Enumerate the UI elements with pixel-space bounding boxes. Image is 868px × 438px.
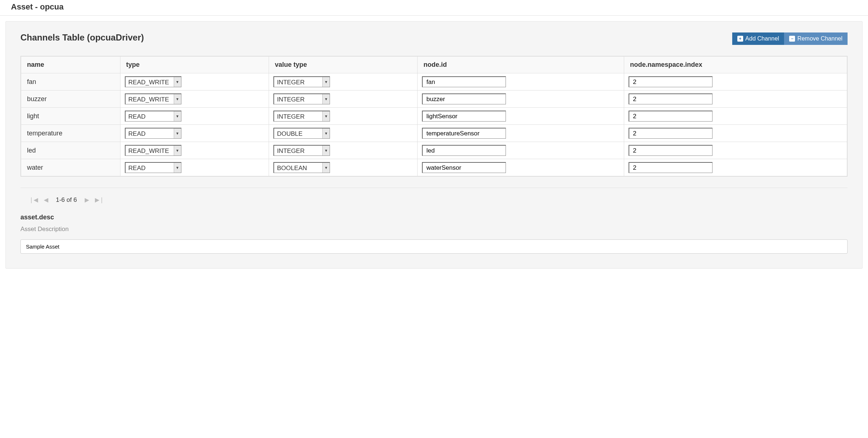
table-row[interactable]: buzzerREAD_WRITE▼INTEGER▼ (21, 91, 847, 108)
cell-node-id (418, 73, 624, 91)
cell-value-type: INTEGER▼ (269, 142, 417, 159)
chevron-down-icon: ▼ (322, 128, 330, 138)
table-row[interactable]: fanREAD_WRITE▼INTEGER▼ (21, 73, 847, 91)
value-type-select[interactable]: DOUBLE▼ (273, 128, 330, 139)
main-panel: Channels Table (opcuaDriver) + Add Chann… (5, 21, 863, 269)
cell-name: led (21, 142, 120, 159)
type-select[interactable]: READ_WRITE▼ (125, 93, 181, 104)
node-id-input[interactable] (422, 162, 506, 173)
cell-node-id (418, 159, 624, 176)
cell-name: buzzer (21, 91, 120, 108)
remove-channel-button[interactable]: − Remove Channel (784, 32, 848, 45)
chevron-down-icon: ▼ (322, 77, 330, 87)
ns-index-input[interactable] (629, 111, 713, 122)
column-header-ns-index[interactable]: node.namespace.index (624, 57, 847, 73)
type-select-value: READ (126, 128, 174, 138)
chevron-down-icon: ▼ (174, 111, 181, 121)
page-header: Asset - opcua (0, 0, 868, 16)
section-title: Channels Table (opcuaDriver) (20, 32, 144, 43)
value-type-select-value: INTEGER (274, 146, 322, 155)
cell-value-type: DOUBLE▼ (269, 125, 417, 142)
value-type-select[interactable]: BOOLEAN▼ (273, 162, 330, 173)
ns-index-input[interactable] (629, 145, 713, 156)
value-type-select[interactable]: INTEGER▼ (273, 93, 330, 104)
cell-value-type: INTEGER▼ (269, 91, 417, 108)
type-select[interactable]: READ_WRITE▼ (125, 145, 181, 156)
cell-type: READ_WRITE▼ (120, 142, 269, 159)
type-select-value: READ (126, 111, 174, 121)
type-select[interactable]: READ▼ (125, 128, 181, 139)
cell-type: READ▼ (120, 159, 269, 176)
chevron-down-icon: ▼ (322, 111, 330, 121)
table-row[interactable]: lightREAD▼INTEGER▼ (21, 108, 847, 125)
chevron-down-icon: ▼ (174, 128, 181, 138)
cell-name: light (21, 108, 120, 125)
cell-ns-index (624, 73, 847, 91)
type-select[interactable]: READ▼ (125, 111, 181, 122)
cell-value-type: INTEGER▼ (269, 108, 417, 125)
type-select-value: READ_WRITE (126, 94, 174, 104)
chevron-down-icon: ▼ (174, 94, 181, 104)
cell-name: fan (21, 73, 120, 91)
button-group: + Add Channel − Remove Channel (732, 32, 848, 45)
asset-desc-label: asset.desc (20, 214, 848, 221)
cell-ns-index (624, 108, 847, 125)
node-id-input[interactable] (422, 145, 506, 156)
pagination: ❘◀ ◀ 1-6 of 6 ▶ ▶❘ (20, 195, 848, 204)
column-header-type[interactable]: type (120, 57, 269, 73)
cell-type: READ_WRITE▼ (120, 73, 269, 91)
value-type-select[interactable]: INTEGER▼ (273, 76, 330, 87)
asset-desc-sublabel: Asset Description (20, 226, 848, 233)
prev-page-button[interactable]: ◀ (43, 195, 49, 204)
ns-index-input[interactable] (629, 162, 713, 173)
cell-ns-index (624, 159, 847, 176)
table-row[interactable]: temperatureREAD▼DOUBLE▼ (21, 125, 847, 142)
value-type-select[interactable]: INTEGER▼ (273, 145, 330, 156)
channels-table-wrapper: name type value type node.id node.namesp… (20, 56, 848, 177)
table-row[interactable]: ledREAD_WRITE▼INTEGER▼ (21, 142, 847, 159)
node-id-input[interactable] (422, 76, 506, 87)
value-type-select[interactable]: INTEGER▼ (273, 111, 330, 122)
column-header-node-id[interactable]: node.id (418, 57, 624, 73)
cell-type: READ_WRITE▼ (120, 91, 269, 108)
cell-ns-index (624, 91, 847, 108)
value-type-select-value: INTEGER (274, 94, 322, 104)
chevron-down-icon: ▼ (322, 163, 330, 173)
cell-name: water (21, 159, 120, 176)
type-select-value: READ_WRITE (126, 77, 174, 87)
divider (20, 188, 848, 188)
page-range: 1-6 of 6 (56, 196, 77, 204)
node-id-input[interactable] (422, 93, 506, 104)
node-id-input[interactable] (422, 128, 506, 139)
column-header-value-type[interactable]: value type (269, 57, 417, 73)
table-row[interactable]: waterREAD▼BOOLEAN▼ (21, 159, 847, 176)
column-header-name[interactable]: name (21, 57, 120, 73)
channels-table: name type value type node.id node.namesp… (21, 56, 847, 176)
chevron-down-icon: ▼ (322, 146, 330, 155)
value-type-select-value: DOUBLE (274, 128, 322, 138)
type-select[interactable]: READ_WRITE▼ (125, 76, 181, 87)
last-page-button[interactable]: ▶❘ (94, 195, 105, 204)
add-channel-button[interactable]: + Add Channel (732, 32, 784, 45)
minus-icon: − (789, 36, 795, 42)
ns-index-input[interactable] (629, 93, 713, 104)
next-page-button[interactable]: ▶ (84, 195, 90, 204)
asset-desc-input[interactable] (20, 239, 848, 254)
type-select-value: READ_WRITE (126, 146, 174, 155)
cell-node-id (418, 108, 624, 125)
ns-index-input[interactable] (629, 76, 713, 87)
add-channel-label: Add Channel (745, 35, 779, 42)
ns-index-input[interactable] (629, 128, 713, 139)
cell-value-type: BOOLEAN▼ (269, 159, 417, 176)
value-type-select-value: INTEGER (274, 111, 322, 121)
type-select[interactable]: READ▼ (125, 162, 181, 173)
cell-ns-index (624, 125, 847, 142)
cell-ns-index (624, 142, 847, 159)
first-page-button[interactable]: ❘◀ (28, 195, 39, 204)
cell-node-id (418, 142, 624, 159)
cell-node-id (418, 125, 624, 142)
cell-name: temperature (21, 125, 120, 142)
node-id-input[interactable] (422, 111, 506, 122)
chevron-down-icon: ▼ (174, 77, 181, 87)
table-header-row: name type value type node.id node.namesp… (21, 57, 847, 73)
